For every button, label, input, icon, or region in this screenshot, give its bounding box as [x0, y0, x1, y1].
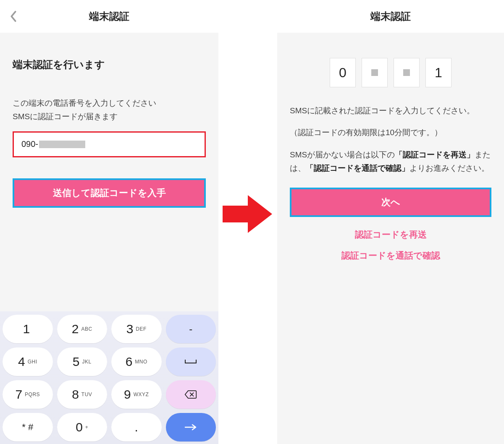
masked-dot-icon [403, 69, 410, 76]
key-enter[interactable] [166, 413, 216, 441]
key-2[interactable]: 2ABC [57, 315, 108, 343]
screen-code-entry: 端末認証 0 1 SMSに記載された認証コードを入力してください。 （認証コード… [277, 0, 504, 444]
key-4[interactable]: 4GHI [3, 347, 53, 376]
code-digit-4[interactable]: 1 [425, 58, 452, 87]
phone-input[interactable]: 090- [13, 131, 206, 157]
backspace-icon [184, 390, 197, 399]
numeric-keypad: 1 2ABC 3DEF - 4GHI 5JKL 6MNO 7PQRS 8TUV … [0, 311, 218, 444]
space-icon [184, 357, 197, 366]
key-1[interactable]: 1 [3, 315, 53, 343]
header: 端末認証 [0, 0, 218, 33]
page-title: 端末認証 [89, 10, 129, 23]
key-9[interactable]: 9WXYZ [111, 380, 162, 409]
arrow-right-icon [223, 193, 273, 235]
key-8[interactable]: 8TUV [57, 380, 108, 409]
key-3[interactable]: 3DEF [111, 315, 162, 343]
resend-code-link[interactable]: 認証コードを再送 [290, 229, 491, 240]
phone-prefix: 090- [21, 139, 38, 149]
next-button[interactable]: 次へ [290, 188, 491, 217]
key-6[interactable]: 6MNO [111, 347, 162, 376]
code-input-group: 0 1 [290, 58, 491, 87]
back-button[interactable] [8, 10, 19, 22]
phone-masked-part [39, 141, 85, 148]
page-title: 端末認証 [370, 10, 411, 23]
instruction-line-2: （認証コードの有効期限は10分間です。） [290, 126, 491, 139]
send-code-button[interactable]: 送信して認証コードを入手 [13, 178, 206, 208]
key-star-hash[interactable]: * # [3, 413, 53, 441]
heading: 端末認証を行います [13, 58, 206, 71]
instruction-line-1: この端末の電話番号を入力してください [13, 97, 206, 110]
code-digit-1[interactable]: 0 [330, 58, 356, 87]
body: 0 1 SMSに記載された認証コードを入力してください。 （認証コードの有効期限… [277, 33, 504, 444]
key-7[interactable]: 7PQRS [3, 380, 53, 409]
key-backspace[interactable] [166, 380, 216, 409]
header: 端末認証 [277, 0, 504, 33]
key-period[interactable]: . [111, 413, 162, 441]
code-digit-3[interactable] [394, 58, 420, 87]
arrow-right-icon [184, 423, 197, 432]
code-digit-2[interactable] [362, 58, 388, 87]
chevron-left-icon [10, 10, 17, 22]
verify-by-call-link[interactable]: 認証コードを通話で確認 [290, 250, 491, 261]
svg-marker-0 [223, 195, 272, 233]
key-5[interactable]: 5JKL [57, 347, 108, 376]
key-0[interactable]: 0+ [57, 413, 108, 441]
key-dash[interactable]: - [166, 315, 216, 343]
instruction-line-2: SMSに認証コードが届きます [13, 110, 206, 123]
key-space[interactable] [166, 347, 216, 376]
masked-dot-icon [371, 69, 378, 76]
instruction-line-1: SMSに記載された認証コードを入力してください。 [290, 104, 491, 118]
help-text: SMSが届かない場合は以下の「認証コードを再送」または、「認証コードを通話で確認… [290, 148, 491, 175]
